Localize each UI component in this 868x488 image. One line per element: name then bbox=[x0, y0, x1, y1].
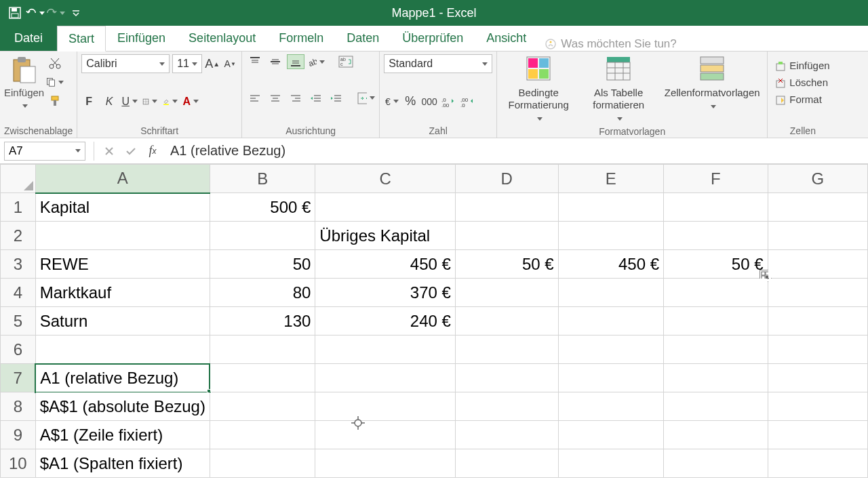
cell-F8[interactable] bbox=[664, 392, 768, 421]
accounting-format-button[interactable]: € bbox=[384, 94, 399, 110]
cell-E4[interactable] bbox=[558, 279, 663, 307]
delete-cells-button[interactable]: Löschen bbox=[774, 74, 831, 91]
cell-F9[interactable] bbox=[664, 421, 768, 449]
tab-review[interactable]: Überprüfen bbox=[391, 25, 475, 51]
cell-G7[interactable] bbox=[768, 364, 867, 392]
row-header-2[interactable]: 2 bbox=[1, 222, 36, 250]
font-name-combo[interactable]: Calibri bbox=[81, 54, 170, 73]
cell-D3[interactable]: 50 € bbox=[455, 250, 558, 279]
font-color-button[interactable]: A bbox=[183, 94, 198, 110]
row-header-7[interactable]: 7 bbox=[1, 364, 36, 392]
paste-button[interactable]: Einfügen bbox=[4, 54, 43, 110]
row-header-3[interactable]: 3 bbox=[1, 250, 36, 279]
cut-button[interactable] bbox=[46, 54, 64, 72]
cell-A2[interactable] bbox=[35, 222, 210, 250]
format-as-table-button[interactable]: Als Tabelle formatieren bbox=[581, 54, 656, 125]
row-header-1[interactable]: 1 bbox=[1, 193, 36, 222]
column-header-C[interactable]: C bbox=[315, 165, 456, 193]
align-center-button[interactable] bbox=[267, 91, 284, 106]
cell-B2[interactable] bbox=[210, 222, 315, 250]
cell-D6[interactable] bbox=[455, 336, 558, 364]
cell-A8[interactable]: $A$1 (absolute Bezug) bbox=[35, 392, 210, 421]
cell-B10[interactable] bbox=[210, 449, 315, 478]
decrease-decimal-button[interactable]: ,00,0 bbox=[460, 94, 475, 110]
percent-button[interactable]: % bbox=[403, 94, 418, 110]
cell-B7[interactable] bbox=[210, 364, 315, 392]
cell-D9[interactable] bbox=[455, 421, 558, 449]
insert-function-button[interactable]: fx bbox=[142, 142, 163, 161]
align-left-button[interactable] bbox=[246, 91, 264, 106]
cell-F5[interactable] bbox=[664, 307, 768, 336]
cell-F2[interactable] bbox=[664, 222, 768, 250]
cell-D10[interactable] bbox=[455, 449, 558, 478]
tab-home[interactable]: Start bbox=[57, 26, 106, 52]
conditional-formatting-button[interactable]: Bedingte Formatierung bbox=[501, 54, 576, 125]
cell-D4[interactable] bbox=[455, 279, 558, 307]
fill-color-button[interactable] bbox=[163, 94, 178, 110]
redo-button[interactable] bbox=[46, 3, 65, 22]
cell-E2[interactable] bbox=[558, 222, 663, 250]
cell-D7[interactable] bbox=[455, 364, 558, 392]
cell-E1[interactable] bbox=[558, 193, 663, 222]
align-middle-button[interactable] bbox=[267, 54, 284, 69]
cell-G1[interactable] bbox=[768, 193, 867, 222]
name-box[interactable]: A7 bbox=[4, 142, 85, 161]
insert-cells-button[interactable]: Einfügen bbox=[774, 57, 831, 74]
tab-page-layout[interactable]: Seitenlayout bbox=[177, 25, 267, 51]
cell-C10[interactable] bbox=[315, 449, 456, 478]
cell-C8[interactable] bbox=[315, 392, 456, 421]
cell-E3[interactable]: 450 € bbox=[558, 250, 663, 279]
align-top-button[interactable] bbox=[246, 54, 264, 69]
cell-G4[interactable] bbox=[768, 279, 867, 307]
cell-B8[interactable] bbox=[210, 392, 315, 421]
merge-center-button[interactable] bbox=[357, 91, 375, 106]
cell-C9[interactable] bbox=[315, 421, 456, 449]
italic-button[interactable]: K bbox=[102, 94, 117, 110]
row-header-9[interactable]: 9 bbox=[1, 421, 36, 449]
wrap-text-button[interactable]: abc bbox=[337, 54, 355, 69]
cell-F7[interactable] bbox=[664, 364, 768, 392]
cell-G6[interactable] bbox=[768, 336, 867, 364]
cell-F4[interactable] bbox=[664, 279, 768, 307]
cell-G10[interactable] bbox=[768, 449, 867, 478]
column-header-G[interactable]: G bbox=[768, 165, 867, 193]
cell-G8[interactable] bbox=[768, 392, 867, 421]
cell-D2[interactable] bbox=[455, 222, 558, 250]
bold-button[interactable]: F bbox=[81, 94, 96, 110]
cell-C3[interactable]: 450 € bbox=[315, 250, 456, 279]
cell-B4[interactable]: 80 bbox=[210, 279, 315, 307]
cell-E7[interactable] bbox=[558, 364, 663, 392]
align-right-button[interactable] bbox=[287, 91, 304, 106]
cell-C7[interactable] bbox=[315, 364, 456, 392]
column-header-A[interactable]: A bbox=[35, 165, 210, 193]
cell-A6[interactable] bbox=[35, 336, 210, 364]
copy-button[interactable] bbox=[46, 73, 64, 91]
column-header-D[interactable]: D bbox=[455, 165, 558, 193]
row-header-10[interactable]: 10 bbox=[1, 449, 36, 478]
cell-G2[interactable] bbox=[768, 222, 867, 250]
comma-style-button[interactable]: 000 bbox=[422, 94, 437, 110]
orientation-button[interactable]: ab bbox=[307, 54, 325, 69]
column-header-F[interactable]: F bbox=[664, 165, 768, 193]
cell-B1[interactable]: 500 € bbox=[210, 193, 315, 222]
tab-file[interactable]: Datei bbox=[0, 25, 57, 51]
cell-F6[interactable] bbox=[664, 336, 768, 364]
cell-A1[interactable]: Kapital bbox=[35, 193, 210, 222]
cell-E5[interactable] bbox=[558, 307, 663, 336]
tell-me-search[interactable]: Was möchten Sie tun? bbox=[538, 37, 868, 51]
increase-font-button[interactable]: A▲ bbox=[205, 56, 220, 72]
cell-B5[interactable]: 130 bbox=[210, 307, 315, 336]
cell-E9[interactable] bbox=[558, 421, 663, 449]
qat-customize-button[interactable] bbox=[66, 3, 85, 22]
row-header-6[interactable]: 6 bbox=[1, 336, 36, 364]
cell-A7[interactable]: A1 (relative Bezug) bbox=[35, 364, 210, 392]
cell-E8[interactable] bbox=[558, 392, 663, 421]
cell-D1[interactable] bbox=[455, 193, 558, 222]
tab-insert[interactable]: Einfügen bbox=[106, 25, 177, 51]
increase-decimal-button[interactable]: ,0,00 bbox=[441, 94, 456, 110]
select-all-corner[interactable] bbox=[1, 165, 36, 193]
cell-styles-button[interactable]: Zellenformatvorlagen bbox=[661, 54, 763, 125]
cell-C5[interactable]: 240 € bbox=[315, 307, 456, 336]
format-painter-button[interactable] bbox=[46, 92, 64, 110]
cell-C1[interactable] bbox=[315, 193, 456, 222]
